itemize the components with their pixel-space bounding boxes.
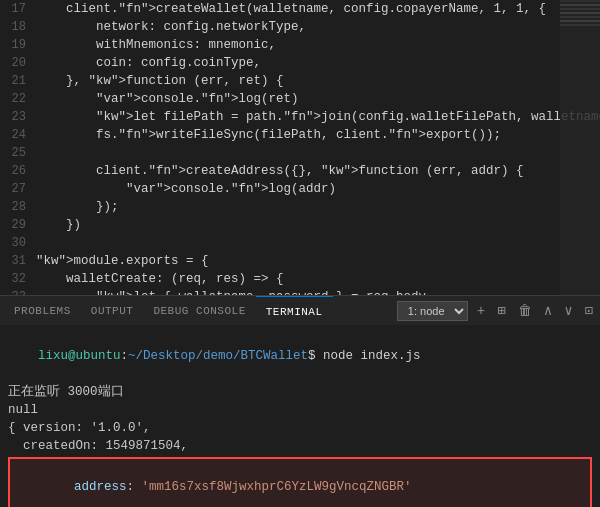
chevron-down-icon[interactable]: ∨ — [561, 304, 575, 318]
line-code: client."fn">createAddress({}, "kw">funct… — [36, 162, 524, 180]
code-line: 20 coin: config.coinType, — [0, 54, 600, 72]
code-line: 23 "kw">let filePath = path."fn">join(co… — [0, 108, 600, 126]
terminal-area: lixu@ubuntu:~/Desktop/demo/BTCWallet$ no… — [0, 325, 600, 507]
highlighted-output-block: address: 'mm16s7xsf8WjwxhprC6YzLW9gVncqZ… — [8, 457, 592, 507]
split-terminal-icon[interactable]: ⊞ — [494, 304, 508, 318]
chevron-up-icon[interactable]: ∧ — [541, 304, 555, 318]
code-line: 19 withMnemonics: mnemonic, — [0, 36, 600, 54]
code-line: 21 }, "kw">function (err, ret) { — [0, 72, 600, 90]
code-line: 29 }) — [0, 216, 600, 234]
line-number: 25 — [0, 144, 36, 162]
line-number: 19 — [0, 36, 36, 54]
line-number: 17 — [0, 0, 36, 18]
tab-debug-console[interactable]: DEBUG CONSOLE — [143, 296, 255, 326]
terminal-line-2: null — [8, 401, 592, 419]
line-number: 22 — [0, 90, 36, 108]
line-code: }) — [36, 216, 81, 234]
code-line: 32 walletCreate: (req, res) => { — [0, 270, 600, 288]
code-line: 27 "var">console."fn">log(addr) — [0, 180, 600, 198]
terminal-path: ~/Desktop/demo/BTCWallet — [128, 349, 308, 363]
line-code: "var">console."fn">log(ret) — [36, 90, 299, 108]
editor-area: 17 client."fn">createWallet(walletname, … — [0, 0, 600, 295]
line-number: 21 — [0, 72, 36, 90]
line-code: walletCreate: (req, res) => { — [36, 270, 284, 288]
code-line: 33 "kw">let { walletname, password } = r… — [0, 288, 600, 295]
line-number: 29 — [0, 216, 36, 234]
line-code: withMnemonics: mnemonic, — [36, 36, 276, 54]
tab-output[interactable]: OUTPUT — [81, 296, 144, 326]
line-number: 32 — [0, 270, 36, 288]
line-number: 26 — [0, 162, 36, 180]
line-code: "var">console."fn">log(addr) — [36, 180, 336, 198]
line-number: 31 — [0, 252, 36, 270]
line-code: }, "kw">function (err, ret) { — [36, 72, 284, 90]
code-line: 17 client."fn">createWallet(walletname, … — [0, 0, 600, 18]
line-number: 33 — [0, 288, 36, 295]
tab-problems[interactable]: PROBLEMS — [4, 296, 81, 326]
code-lines: 17 client."fn">createWallet(walletname, … — [0, 0, 600, 295]
terminal-line-4: createdOn: 1549871504, — [8, 437, 592, 455]
line-code: network: config.networkType, — [36, 18, 306, 36]
code-line: 26 client."fn">createAddress({}, "kw">fu… — [0, 162, 600, 180]
add-terminal-icon[interactable]: + — [474, 304, 488, 318]
maximize-icon[interactable]: ⊡ — [582, 304, 596, 318]
minimap — [560, 0, 600, 295]
terminal-prompt-line: lixu@ubuntu:~/Desktop/demo/BTCWallet$ no… — [8, 329, 592, 383]
line-code: "kw">module.exports = { — [36, 252, 209, 270]
code-line: 24 fs."fn">writeFileSync(filePath, clien… — [0, 126, 600, 144]
panel-right-controls: 1: node + ⊞ 🗑 ∧ ∨ ⊡ — [397, 301, 596, 321]
code-line: 22 "var">console."fn">log(ret) — [0, 90, 600, 108]
line-code: fs."fn">writeFileSync(filePath, client."… — [36, 126, 501, 144]
line-code: coin: config.coinType, — [36, 54, 261, 72]
terminal-address: address: 'mm16s7xsf8WjwxhprC6YzLW9gVncqZ… — [14, 460, 586, 507]
code-line: 25 — [0, 144, 600, 162]
line-number: 28 — [0, 198, 36, 216]
node-select[interactable]: 1: node — [397, 301, 468, 321]
terminal-user: lixu@ubuntu — [38, 349, 121, 363]
terminal-line-3: { version: '1.0.0', — [8, 419, 592, 437]
code-line: 18 network: config.networkType, — [0, 18, 600, 36]
code-line: 31"kw">module.exports = { — [0, 252, 600, 270]
line-code: }); — [36, 198, 119, 216]
panel-tabs-bar: PROBLEMS OUTPUT DEBUG CONSOLE TERMINAL 1… — [0, 295, 600, 325]
line-number: 30 — [0, 234, 36, 252]
tab-terminal[interactable]: TERMINAL — [256, 296, 333, 326]
line-number: 18 — [0, 18, 36, 36]
terminal-command: $ node index.js — [308, 349, 421, 363]
line-code: client."fn">createWallet(walletname, con… — [36, 0, 546, 18]
line-number: 27 — [0, 180, 36, 198]
terminal-line-1: 正在监听 3000端口 — [8, 383, 592, 401]
line-number: 20 — [0, 54, 36, 72]
line-number: 23 — [0, 108, 36, 126]
code-line: 30 — [0, 234, 600, 252]
delete-terminal-icon[interactable]: 🗑 — [515, 304, 535, 318]
line-code: "kw">let { walletname, password } = rcq.… — [36, 288, 426, 295]
code-line: 28 }); — [0, 198, 600, 216]
line-code: "kw">let filePath = path."fn">join(confi… — [36, 108, 600, 126]
line-number: 24 — [0, 126, 36, 144]
